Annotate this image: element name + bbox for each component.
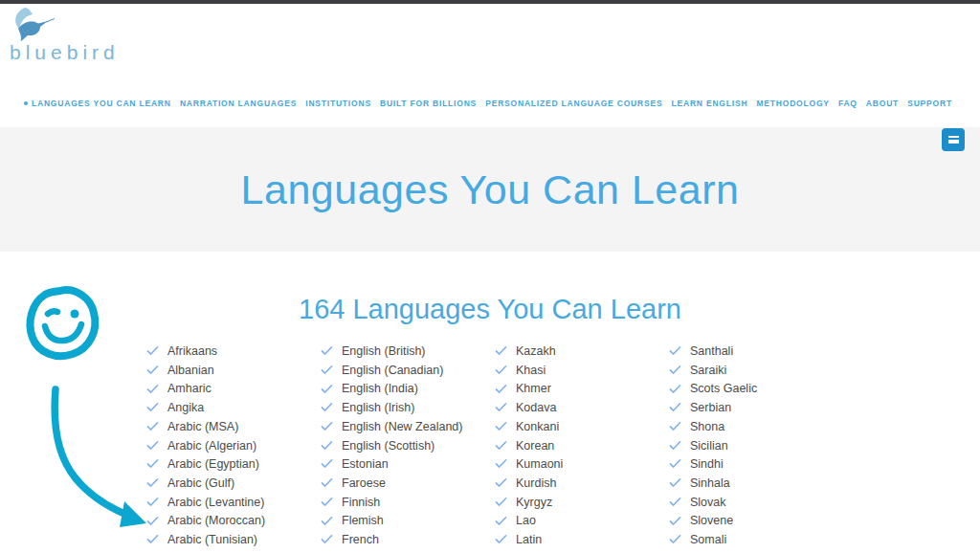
language-name: Kyrgyz (516, 496, 552, 509)
language-item: Kodava (495, 398, 669, 417)
check-icon (321, 345, 333, 356)
nav-item-label: SUPPORT (907, 99, 952, 108)
language-name: Finnish (342, 496, 380, 509)
language-name: Faroese (342, 476, 386, 490)
check-icon (146, 440, 159, 451)
check-icon (669, 497, 681, 507)
nav-item-label: FAQ (838, 99, 858, 108)
language-name: English (India) (342, 382, 418, 395)
nav-item-label: NARRATION LANGUAGES (180, 99, 297, 108)
language-name: Shona (690, 420, 724, 433)
logo[interactable]: bluebird (10, 7, 124, 63)
language-item: Arabic (Algerian) (146, 435, 321, 454)
check-icon (321, 384, 333, 394)
language-item: Slovene (669, 511, 843, 530)
check-icon (669, 516, 681, 526)
language-name: English (Canadian) (342, 364, 443, 377)
check-icon (146, 384, 159, 394)
nav-item-languages-you-can-learn[interactable]: LANGUAGES YOU CAN LEARN (24, 99, 171, 108)
language-name: Arabic (Algerian) (167, 439, 256, 453)
nav-item-faq[interactable]: FAQ (838, 99, 858, 108)
language-item: Kazakh (495, 342, 669, 361)
language-item: Arabic (Egyptian) (146, 454, 321, 474)
language-name: Korean (516, 439, 554, 453)
language-name: Slovene (690, 514, 733, 527)
language-name: Kurdish (516, 476, 556, 490)
page: bluebird LANGUAGES YOU CAN LEARNNARRATIO… (0, 0, 980, 553)
language-item: Faroese (321, 474, 495, 493)
check-icon (495, 458, 507, 469)
check-icon (495, 440, 507, 451)
check-icon (146, 402, 159, 412)
language-name: Khasi (516, 364, 546, 377)
language-name: Albanian (167, 364, 214, 377)
language-item: Serbian (669, 398, 843, 417)
logo-text: bluebird (10, 42, 124, 63)
language-item: Sicilian (669, 435, 843, 454)
check-icon (146, 365, 159, 375)
language-name: Arabic (MSA) (167, 420, 238, 433)
nav-item-personalized-language-courses[interactable]: PERSONALIZED LANGUAGE COURSES (485, 99, 662, 108)
check-icon (146, 421, 159, 431)
language-name: Khmer (516, 382, 551, 395)
nav-item-about[interactable]: ABOUT (866, 99, 899, 108)
check-icon (146, 458, 159, 469)
check-icon (669, 458, 681, 469)
hero-section: Languages You Can Learn (0, 127, 980, 252)
language-column-3: KazakhKhasiKhmerKodavaKonkaniKoreanKumao… (495, 342, 669, 549)
check-icon (669, 534, 681, 544)
language-item: Albanian (146, 361, 321, 380)
language-item: Arabic (Moroccan) (146, 511, 321, 530)
language-name: French (342, 533, 379, 546)
language-name: Scots Gaelic (690, 382, 757, 395)
nav-item-methodology[interactable]: METHODOLOGY (756, 99, 829, 108)
language-item: Saraiki (669, 361, 843, 380)
language-item: Kyrgyz (495, 493, 669, 512)
main-nav: LANGUAGES YOU CAN LEARNNARRATION LANGUAG… (0, 99, 980, 108)
language-name: Santhali (690, 344, 733, 358)
language-name: English (Scottish) (342, 439, 434, 453)
nav-item-support[interactable]: SUPPORT (907, 99, 952, 108)
nav-item-label: PERSONALIZED LANGUAGE COURSES (485, 99, 662, 108)
language-item: Korean (495, 435, 669, 454)
bluebird-logo-icon (11, 7, 56, 41)
language-item: Angika (146, 398, 321, 417)
check-icon (495, 365, 507, 375)
check-icon (321, 497, 333, 507)
language-item: English (British) (321, 342, 495, 361)
language-item: Konkani (495, 417, 669, 436)
language-name: Somali (690, 533, 726, 546)
language-item: Arabic (MSA) (146, 417, 321, 436)
language-name: Sindhi (690, 457, 724, 471)
nav-item-label: LEARN ENGLISH (672, 99, 748, 108)
check-icon (495, 534, 507, 544)
nav-item-label: METHODOLOGY (756, 99, 829, 108)
language-name: Slovak (690, 496, 726, 509)
language-name: Arabic (Gulf) (167, 476, 234, 490)
check-icon (495, 345, 507, 356)
nav-item-learn-english[interactable]: LEARN ENGLISH (672, 99, 748, 108)
check-icon (146, 497, 159, 507)
language-column-4: SanthaliSaraikiScots GaelicSerbianShonaS… (669, 342, 843, 549)
language-name: English (New Zealand) (342, 420, 462, 433)
site-header: bluebird LANGUAGES YOU CAN LEARNNARRATIO… (0, 4, 980, 127)
language-item: Kumaoni (495, 454, 669, 474)
nav-item-built-for-billions[interactable]: BUILT FOR BILLIONS (380, 99, 477, 108)
check-icon (669, 477, 681, 488)
check-icon (321, 534, 333, 544)
language-item: Santhali (669, 342, 843, 361)
nav-item-institutions[interactable]: INSTITUTIONS (305, 99, 371, 108)
language-name: Arabic (Moroccan) (167, 514, 265, 527)
menu-button[interactable] (942, 128, 965, 151)
check-icon (321, 440, 333, 451)
language-item: English (India) (321, 379, 495, 398)
language-column-2: English (British)English (Canadian)Engli… (321, 342, 495, 549)
language-item: Scots Gaelic (669, 379, 843, 398)
nav-item-narration-languages[interactable]: NARRATION LANGUAGES (180, 99, 297, 108)
language-item: Latin (495, 530, 669, 549)
active-nav-dot (24, 101, 28, 105)
check-icon (669, 345, 681, 356)
language-name: Saraiki (690, 364, 726, 377)
check-icon (321, 516, 333, 526)
language-item: Lao (495, 511, 669, 530)
